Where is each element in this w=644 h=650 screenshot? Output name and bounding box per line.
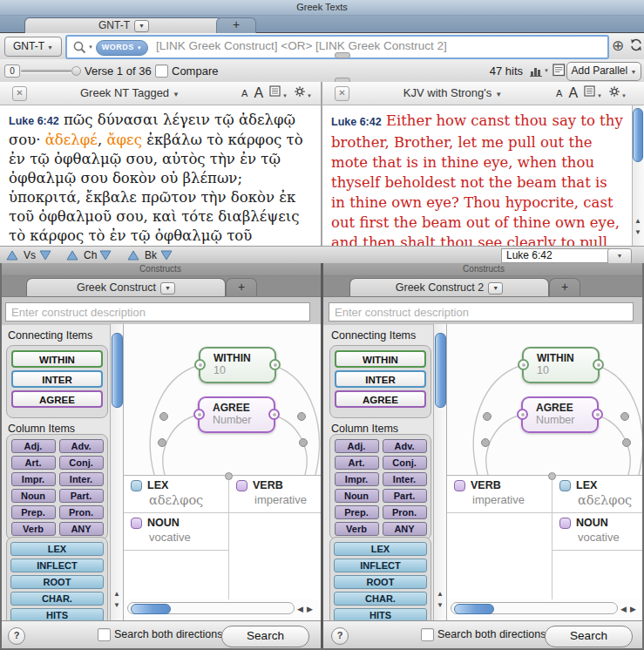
- any-button[interactable]: ANY: [59, 522, 104, 536]
- scroll-up-icon[interactable]: ▲: [632, 218, 644, 225]
- construct-description-input[interactable]: [329, 302, 634, 322]
- close-icon[interactable]: ✕: [12, 86, 27, 101]
- chevron-down-icon[interactable]: ▼: [544, 68, 549, 73]
- pane-title-dropdown[interactable]: KJV with Strong's▼: [357, 82, 548, 105]
- root-button[interactable]: ROOT: [334, 575, 427, 589]
- new-construct-tab-button[interactable]: +: [549, 278, 580, 297]
- inflect-button[interactable]: INFLECT: [10, 559, 104, 572]
- scroll-up-icon[interactable]: ▲: [434, 591, 446, 598]
- tab-greek-construct-2[interactable]: Greek Construct 2▼: [349, 278, 549, 297]
- adv-button[interactable]: Adv.: [383, 439, 427, 453]
- display-settings-icon[interactable]: ▼: [269, 85, 288, 101]
- add-search-term-icon[interactable]: ⊕: [612, 37, 624, 55]
- agree-node[interactable]: AGREE Number: [198, 396, 275, 433]
- node-connector[interactable]: [268, 409, 280, 420]
- help-button[interactable]: ?: [331, 627, 349, 645]
- impr-button[interactable]: Impr.: [11, 472, 56, 486]
- within-node[interactable]: WITHIN 10: [199, 347, 276, 383]
- increase-font-button[interactable]: A: [254, 85, 263, 101]
- gear-icon[interactable]: ▼: [294, 85, 312, 101]
- prep-button[interactable]: Prep.: [11, 505, 56, 519]
- node-connector[interactable]: [592, 409, 603, 420]
- node-connector[interactable]: [269, 359, 281, 370]
- construct-column-1[interactable]: LEX αδελφος NOUN vocative: [124, 476, 228, 599]
- verse-reference-field[interactable]: Luke 6:42: [501, 248, 610, 263]
- display-settings-icon[interactable]: ▼: [584, 85, 602, 101]
- node-connector[interactable]: [194, 359, 206, 370]
- char-button[interactable]: CHAR.: [334, 592, 427, 606]
- within-button[interactable]: WITHIN: [335, 350, 426, 368]
- column-cell[interactable]: NOUN vocative: [124, 513, 228, 551]
- scrollbar-thumb[interactable]: [633, 108, 643, 162]
- book-down-button[interactable]: [160, 250, 173, 261]
- scrollbar-arrows[interactable]: ◀▶: [297, 605, 316, 613]
- adv-button[interactable]: Adv.: [59, 439, 104, 453]
- construct-description-input[interactable]: [5, 302, 310, 322]
- agree-button[interactable]: AGREE: [335, 390, 426, 408]
- inflect-button[interactable]: INFLECT: [334, 559, 427, 572]
- node-connector[interactable]: [518, 359, 529, 370]
- part-button[interactable]: Part.: [59, 489, 104, 503]
- prep-button[interactable]: Prep.: [335, 505, 379, 519]
- inter-button[interactable]: INTER: [335, 370, 426, 388]
- column-cell[interactable]: NOUN vocative: [552, 513, 644, 551]
- agree-button[interactable]: AGREE: [11, 390, 103, 408]
- scroll-down-icon[interactable]: ▼: [111, 602, 123, 609]
- research-cycle-icon[interactable]: [629, 37, 643, 52]
- text-display-icon[interactable]: [552, 64, 566, 77]
- node-connector[interactable]: [593, 359, 604, 370]
- scrollbar-arrows[interactable]: ◀▶: [620, 605, 640, 613]
- agree-node[interactable]: AGREE Number: [521, 396, 599, 433]
- verse-up-button[interactable]: [6, 250, 18, 261]
- conj-button[interactable]: Conj.: [59, 456, 104, 470]
- column-cell[interactable]: LEX αδελφος: [124, 476, 228, 513]
- conj-button[interactable]: Conj.: [383, 456, 427, 470]
- part-button[interactable]: Part.: [383, 489, 427, 503]
- scrollbar-thumb[interactable]: [112, 333, 123, 408]
- inter-button[interactable]: Inter.: [59, 472, 104, 486]
- new-construct-tab-button[interactable]: +: [226, 278, 257, 297]
- noun-button[interactable]: Noun: [335, 489, 379, 503]
- analytics-chart-icon[interactable]: [530, 64, 542, 77]
- search-scope-button[interactable]: GNT-T ▼: [4, 37, 62, 57]
- noun-button[interactable]: Noun: [11, 489, 56, 503]
- book-up-button[interactable]: [127, 250, 139, 261]
- construct-column-2[interactable]: VERB imperative: [228, 476, 321, 599]
- both-directions-checkbox[interactable]: [98, 628, 111, 641]
- art-button[interactable]: Art.: [11, 456, 56, 470]
- impr-button[interactable]: Impr.: [335, 472, 379, 486]
- search-icon[interactable]: [72, 40, 87, 55]
- scrollbar-thumb[interactable]: [435, 333, 446, 408]
- scroll-down-icon[interactable]: ▼: [434, 602, 446, 609]
- column-cell[interactable]: VERB imperative: [447, 476, 552, 513]
- history-slider-knob[interactable]: [71, 66, 81, 76]
- scrollbar-thumb[interactable]: [131, 604, 171, 614]
- tab-dropdown-icon[interactable]: ▼: [160, 282, 175, 295]
- chevron-down-icon[interactable]: ▼: [88, 44, 93, 50]
- tab-dropdown-icon[interactable]: ▼: [134, 20, 149, 32]
- lex-button[interactable]: LEX: [10, 542, 104, 556]
- greek-text-body[interactable]: Luke 6:42 πῶς δύνασαι λέγειν τῷ ἀδελφῷ σ…: [0, 105, 321, 246]
- tab-dropdown-icon[interactable]: ▼: [488, 282, 503, 295]
- verse-down-button[interactable]: [39, 250, 51, 261]
- root-button[interactable]: ROOT: [10, 575, 104, 589]
- art-button[interactable]: Art.: [335, 456, 379, 470]
- within-button[interactable]: WITHIN: [11, 350, 103, 368]
- lex-button[interactable]: LEX: [334, 542, 427, 556]
- search-mode-pill[interactable]: WORDS ▼: [96, 40, 148, 56]
- char-button[interactable]: CHAR.: [10, 592, 104, 606]
- search-query-text[interactable]: [LINK Greek Construct] <OR> [LINK Greek …: [156, 39, 447, 52]
- gear-icon[interactable]: ▼: [608, 85, 627, 101]
- adj-button[interactable]: Adj.: [11, 439, 56, 453]
- chapter-up-button[interactable]: [66, 250, 78, 261]
- search-button[interactable]: Search: [545, 626, 633, 647]
- node-connector[interactable]: [517, 409, 528, 420]
- verb-button[interactable]: Verb: [335, 522, 379, 536]
- add-parallel-button[interactable]: Add Parallel ▼: [566, 62, 641, 81]
- history-slider[interactable]: [21, 70, 71, 72]
- column-cell[interactable]: VERB imperative: [229, 476, 321, 513]
- inter-button[interactable]: Inter.: [383, 472, 427, 486]
- kjv-text-body[interactable]: Luke 6:42 Either how canst thou say to t…: [322, 105, 632, 246]
- column-cell[interactable]: LEX αδελφος: [552, 476, 644, 513]
- pane-title-dropdown[interactable]: Greek NT Tagged▼: [35, 82, 225, 105]
